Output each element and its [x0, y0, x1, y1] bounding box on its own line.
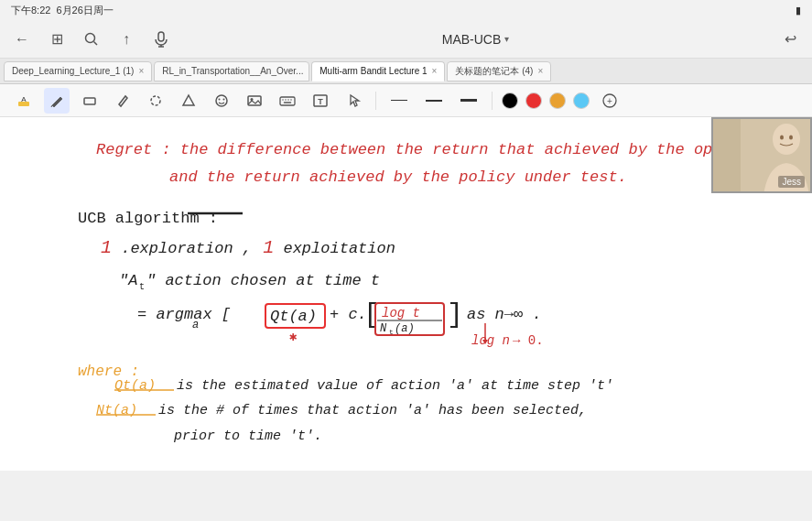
- svg-text:✱: ✱: [289, 330, 298, 344]
- tab-rl-transportation[interactable]: RL_in_Transportation__An_Over... ×: [154, 61, 309, 81]
- svg-text:Qt(a): Qt(a): [270, 308, 317, 325]
- svg-text:→ 0.: → 0.: [513, 333, 544, 348]
- mic-button[interactable]: [148, 27, 174, 52]
- tool-pointer[interactable]: [341, 88, 366, 114]
- tool-keyboard[interactable]: [275, 88, 300, 114]
- grid-button[interactable]: ⊞: [44, 27, 70, 52]
- title-chevron[interactable]: ▾: [504, 34, 509, 44]
- tool-lasso[interactable]: [143, 88, 168, 114]
- tab-notebook[interactable]: 关标题的笔记本 (4) ×: [447, 61, 551, 81]
- svg-text:a: a: [192, 319, 199, 331]
- search-button[interactable]: [79, 27, 104, 52]
- color-black[interactable]: [502, 92, 518, 109]
- svg-text:]: ]: [447, 299, 463, 331]
- svg-text:A: A: [21, 95, 27, 103]
- color-blue[interactable]: [573, 92, 590, 109]
- svg-point-0: [86, 33, 95, 42]
- status-date: 6月26日周一: [56, 4, 113, 17]
- tool-pencil[interactable]: [110, 88, 135, 114]
- svg-text:(a): (a): [395, 322, 415, 335]
- color-orange[interactable]: [549, 92, 566, 109]
- svg-rect-2: [158, 32, 164, 41]
- svg-text:t: t: [139, 282, 145, 292]
- status-bar: 下午8:22 6月26日周一 ▮: [0, 0, 812, 20]
- svg-line-1: [94, 41, 98, 45]
- tab-deep-learning[interactable]: Deep_Learning_Lecture_1 (1) ×: [4, 61, 152, 81]
- svg-rect-15: [280, 97, 295, 105]
- tab-close-3[interactable]: ×: [537, 66, 543, 76]
- tab-multi-arm[interactable]: Multi-arm Bandit Lecture 1 ×: [311, 61, 445, 81]
- undo-button[interactable]: ↩: [777, 27, 803, 52]
- search-icon: [84, 32, 99, 47]
- toolbar-divider-2: [492, 92, 493, 110]
- whiteboard-content: Regret : the difference between the retu…: [0, 117, 812, 471]
- svg-text:Regret : the difference betwee: Regret : the difference between the retu…: [96, 141, 812, 158]
- svg-point-10: [216, 95, 227, 106]
- tool-image[interactable]: [242, 88, 267, 114]
- tab-close-2[interactable]: ×: [432, 66, 438, 76]
- svg-text:is the estimated value of acti: is the estimated value of action 'a' at …: [177, 378, 613, 394]
- document-title: MAB-UCB ▾: [183, 32, 768, 47]
- svg-point-9: [151, 96, 160, 105]
- tool-shape[interactable]: [176, 88, 201, 114]
- tab-close-0[interactable]: ×: [138, 66, 144, 76]
- tool-emoji[interactable]: [209, 88, 234, 114]
- svg-point-27: [773, 124, 800, 155]
- color-red[interactable]: [525, 92, 542, 109]
- svg-text:log t: log t: [382, 306, 420, 320]
- svg-text:[: [: [363, 299, 380, 331]
- tool-eraser[interactable]: [77, 88, 103, 114]
- svg-text:1
      .exploration ,
      1: 1 .exploration , 1 exploitation: [101, 237, 395, 258]
- svg-text:= argmax [: = argmax [: [137, 306, 231, 323]
- toolbar-divider-1: [375, 92, 376, 110]
- svg-point-11: [219, 98, 221, 100]
- svg-point-28: [780, 136, 784, 140]
- svg-text:+: +: [607, 96, 612, 106]
- svg-text:N: N: [380, 322, 387, 335]
- svg-rect-8: [84, 98, 95, 104]
- tool-highlight[interactable]: A: [11, 88, 37, 114]
- tool-line-thin[interactable]: [385, 92, 413, 110]
- svg-point-12: [223, 98, 225, 100]
- svg-text:prior to time 't'.: prior to time 't'.: [173, 429, 322, 444]
- svg-text:Qt(a): Qt(a): [114, 378, 156, 394]
- tab-close-1[interactable]: ×: [308, 66, 309, 76]
- tool-text[interactable]: T: [308, 88, 333, 114]
- svg-text:+ c.: + c.: [330, 306, 367, 323]
- svg-line-7: [51, 105, 52, 107]
- svg-text:t: t: [389, 328, 394, 336]
- main-content: Jess Regret : the difference between the…: [0, 117, 812, 471]
- share-button[interactable]: ↑: [114, 27, 139, 52]
- svg-text:"A: "A: [119, 272, 137, 289]
- mic-icon: [155, 31, 168, 48]
- battery-icon: ▮: [796, 5, 801, 16]
- tool-line-thick[interactable]: [455, 92, 482, 110]
- status-time: 下午8:22: [11, 4, 50, 17]
- color-picker[interactable]: +: [597, 88, 623, 114]
- toolbar: A T +: [0, 84, 812, 117]
- video-thumbnail: Jess: [711, 117, 812, 193]
- nav-bar: ← ⊞ ↑ MAB-UCB ▾ ↩: [0, 20, 812, 59]
- svg-text:is the # of times that action : is the # of times that action 'a' has be…: [158, 403, 587, 418]
- tabs-bar: Deep_Learning_Lecture_1 (1) × RL_in_Tran…: [0, 59, 812, 84]
- svg-text:T: T: [318, 97, 323, 106]
- tool-pen[interactable]: [44, 88, 70, 114]
- svg-rect-13: [248, 96, 261, 105]
- svg-text:and the return achieved by the: and the return achieved by the policy un…: [169, 168, 627, 186]
- svg-text:log n: log n: [471, 333, 510, 348]
- svg-text:as n→∞ .: as n→∞ .: [467, 306, 542, 323]
- back-button[interactable]: ←: [9, 27, 35, 52]
- svg-text:Nt(a): Nt(a): [96, 403, 137, 418]
- svg-point-29: [789, 136, 793, 140]
- video-label: Jess: [778, 176, 805, 188]
- svg-text:"  action chosen at time t: " action chosen at time t: [146, 272, 380, 289]
- tool-line-medium[interactable]: [420, 92, 448, 110]
